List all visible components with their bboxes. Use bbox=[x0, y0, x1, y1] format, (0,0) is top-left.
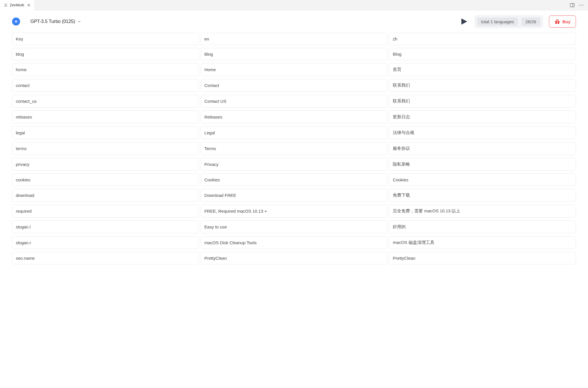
translation-cell[interactable]: Privacy bbox=[201, 158, 388, 171]
toolbar-right: total 1 languages 26/26 Buy bbox=[460, 15, 576, 28]
toolbar: GPT-3.5 Turbo (0125) total 1 languages 2… bbox=[0, 10, 588, 33]
svg-point-7 bbox=[579, 5, 580, 5]
translation-cell[interactable]: Easy to use bbox=[201, 220, 388, 233]
translation-cell[interactable]: Home bbox=[201, 63, 388, 76]
key-cell[interactable]: required bbox=[12, 205, 199, 218]
key-cell[interactable]: cookies bbox=[12, 174, 199, 186]
translation-cell[interactable]: 免费下载 bbox=[389, 189, 576, 202]
key-cell[interactable]: seo.name bbox=[12, 252, 199, 264]
translation-cell[interactable]: Blog bbox=[389, 48, 576, 60]
key-cell[interactable]: slogan.l bbox=[12, 220, 199, 233]
column-header[interactable]: zh bbox=[389, 33, 576, 45]
key-cell[interactable]: download bbox=[12, 189, 199, 202]
translation-cell[interactable]: 好用的 bbox=[389, 220, 576, 233]
translation-cell[interactable]: 联系我们 bbox=[389, 79, 576, 92]
close-icon[interactable] bbox=[26, 3, 31, 7]
column-header[interactable]: en bbox=[201, 33, 388, 45]
svg-marker-12 bbox=[461, 18, 467, 25]
panel-icon[interactable] bbox=[570, 3, 575, 8]
svg-rect-15 bbox=[557, 21, 558, 24]
key-cell[interactable]: releases bbox=[12, 110, 199, 123]
play-button[interactable] bbox=[460, 17, 469, 26]
key-cell[interactable]: contact bbox=[12, 79, 199, 92]
title-bar-actions bbox=[570, 3, 588, 8]
svg-rect-5 bbox=[570, 3, 574, 7]
translation-cell[interactable]: Cookies bbox=[389, 174, 576, 186]
translation-cell[interactable]: 完全免费，需要 macOS 10.13 以上 bbox=[389, 205, 576, 218]
translation-cell[interactable]: 隐私策略 bbox=[389, 158, 576, 171]
browser-tab[interactable]: ZenMulti bbox=[0, 0, 35, 10]
key-cell[interactable]: terms bbox=[12, 142, 199, 155]
translation-cell[interactable]: Contact US bbox=[201, 95, 388, 108]
status-pills: total 1 languages 26/26 bbox=[474, 15, 543, 28]
key-cell[interactable]: privacy bbox=[12, 158, 199, 171]
svg-point-8 bbox=[581, 5, 582, 5]
translation-cell[interactable]: 首页 bbox=[389, 63, 576, 76]
translation-cell[interactable]: Legal bbox=[201, 126, 388, 139]
translation-cell[interactable]: 法律与合规 bbox=[389, 126, 576, 139]
translation-cell[interactable]: FREE, Required macOS 10.13 + bbox=[201, 205, 388, 218]
translation-cell[interactable]: PrettyClean bbox=[389, 252, 576, 264]
key-cell[interactable]: legal bbox=[12, 126, 199, 139]
buy-label: Buy bbox=[562, 19, 570, 24]
add-button[interactable] bbox=[12, 18, 20, 26]
key-cell[interactable]: blog bbox=[12, 48, 199, 60]
more-icon[interactable] bbox=[579, 3, 584, 8]
key-cell[interactable]: slogan.r bbox=[12, 236, 199, 249]
tab-title: ZenMulti bbox=[10, 3, 24, 7]
translation-cell[interactable]: Blog bbox=[201, 48, 388, 60]
translation-cell[interactable]: 更新日志 bbox=[389, 110, 576, 123]
translation-cell[interactable]: macOS Disk Cleanup Tools bbox=[201, 236, 388, 249]
translation-grid: KeyenzhblogBlogBloghomeHome首页contactCont… bbox=[12, 33, 576, 264]
model-selector[interactable]: GPT-3.5 Turbo (0125) bbox=[30, 19, 82, 24]
key-cell[interactable]: contact_us bbox=[12, 95, 199, 108]
translation-cell[interactable]: macOS 磁盘清理工具 bbox=[389, 236, 576, 249]
key-cell[interactable]: home bbox=[12, 63, 199, 76]
title-bar: ZenMulti bbox=[0, 0, 588, 10]
translation-cell[interactable]: Contact bbox=[201, 79, 388, 92]
buy-button[interactable]: Buy bbox=[549, 15, 576, 28]
languages-pill: total 1 languages bbox=[477, 18, 518, 26]
menu-icon bbox=[4, 3, 7, 7]
translation-cell[interactable]: 服务协议 bbox=[389, 142, 576, 155]
progress-pill: 26/26 bbox=[521, 18, 540, 26]
translation-cell[interactable]: Cookies bbox=[201, 174, 388, 186]
chevron-down-icon bbox=[78, 20, 82, 24]
column-header[interactable]: Key bbox=[12, 33, 199, 45]
translation-cell[interactable]: Releases bbox=[201, 110, 388, 123]
svg-point-9 bbox=[583, 5, 584, 5]
gift-icon bbox=[554, 19, 560, 24]
model-label: GPT-3.5 Turbo (0125) bbox=[30, 19, 75, 24]
translation-cell[interactable]: 联系我们 bbox=[389, 95, 576, 108]
translation-cell[interactable]: Terms bbox=[201, 142, 388, 155]
content-area: KeyenzhblogBlogBloghomeHome首页contactCont… bbox=[0, 33, 588, 264]
translation-cell[interactable]: PrettyClean bbox=[201, 252, 388, 264]
translation-cell[interactable]: Download FREE bbox=[201, 189, 388, 202]
